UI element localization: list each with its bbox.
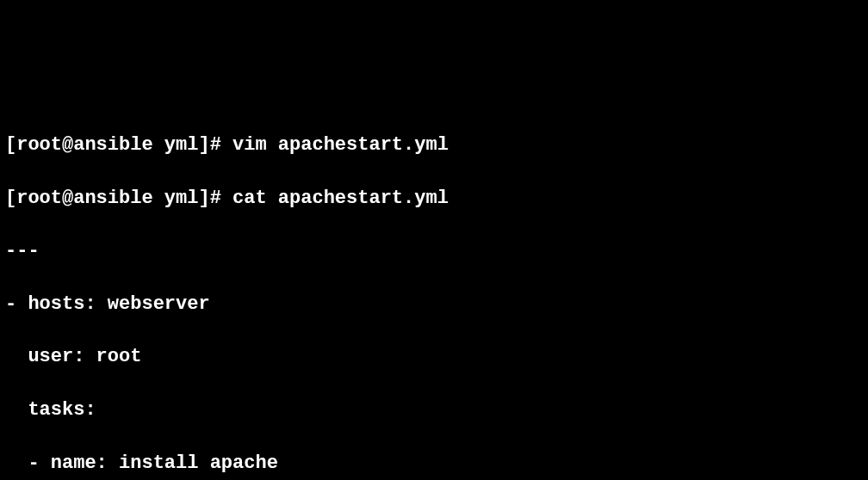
terminal-line: - hosts: webserver <box>5 292 863 318</box>
terminal-line: [root@ansible yml]# vim apachestart.yml <box>5 132 863 159</box>
terminal-line: tasks: <box>5 397 863 424</box>
terminal-line: user: root <box>5 344 863 371</box>
terminal-line: - name: install apache <box>5 451 863 477</box>
terminal-window[interactable]: [root@ansible yml]# vim apachestart.yml … <box>0 106 868 480</box>
terminal-line: [root@ansible yml]# cat apachestart.yml <box>5 186 863 212</box>
terminal-line: --- <box>5 238 863 265</box>
